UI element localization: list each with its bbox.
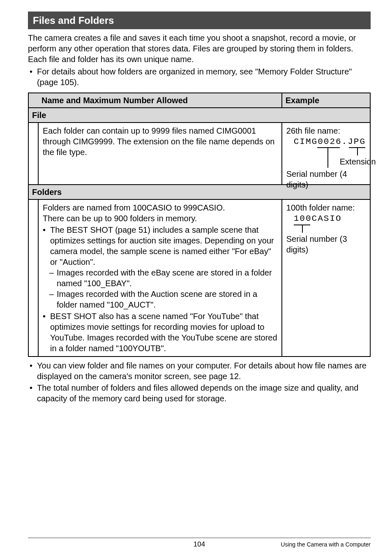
folders-p1: Folders are named from 100CASIO to 999CA… xyxy=(43,202,277,213)
file-example: 26th file name: CIMG0026.JPG Extension S… xyxy=(282,123,370,185)
folders-p2: There can be up to 900 folders in memory… xyxy=(43,213,277,224)
col-header-name: Name and Maximum Number Allowed xyxy=(38,93,282,108)
extension-label: Extension xyxy=(340,156,376,167)
file-description: Each folder can contain up to 9999 files… xyxy=(38,123,282,185)
serial-label-4: Serial number (4 digits) xyxy=(286,169,366,190)
page-footer: 104 Using the Camera with a Computer xyxy=(28,537,371,548)
intro-paragraph: The camera creates a file and saves it e… xyxy=(28,32,371,65)
folders-bullet-1: The BEST SHOT (page 51) includes a sampl… xyxy=(43,225,277,267)
folders-example: 100th folder name: 100CASIO Serial numbe… xyxy=(282,199,370,357)
folders-dash-2: Images recorded with the Auction scene a… xyxy=(43,289,277,310)
header-spacer xyxy=(28,93,38,108)
files-folders-table: Name and Maximum Number Allowed Example … xyxy=(28,93,371,357)
section-header: Files and Folders xyxy=(28,12,371,29)
folders-example-name: 100CASIO xyxy=(286,213,366,224)
footer-section-label: Using the Camera with a Computer xyxy=(281,541,371,548)
file-subheader: File xyxy=(28,108,370,123)
folders-description: Folders are named from 100CASIO to 999CA… xyxy=(38,199,282,357)
folders-dash-1: Images recorded with the eBay scene are … xyxy=(43,267,277,289)
folders-bullet-2: BEST SHOT also has a scene named "For Yo… xyxy=(43,311,277,354)
page-number: 104 xyxy=(194,540,205,549)
intro-bullet: For details about how folders are organi… xyxy=(28,66,371,88)
folders-row-spacer xyxy=(28,199,38,357)
file-example-title: 26th file name: xyxy=(286,125,366,136)
after-bullet-1: You can view folder and file names on yo… xyxy=(28,360,371,382)
serial-label-3: Serial number (3 digits) xyxy=(286,234,366,255)
folders-example-title: 100th folder name: xyxy=(286,202,366,213)
file-example-name: CIMG0026.JPG xyxy=(286,136,366,147)
after-bullet-2: The total number of folders and files al… xyxy=(28,382,371,404)
col-header-example: Example xyxy=(282,93,370,108)
file-row-spacer xyxy=(28,123,38,185)
